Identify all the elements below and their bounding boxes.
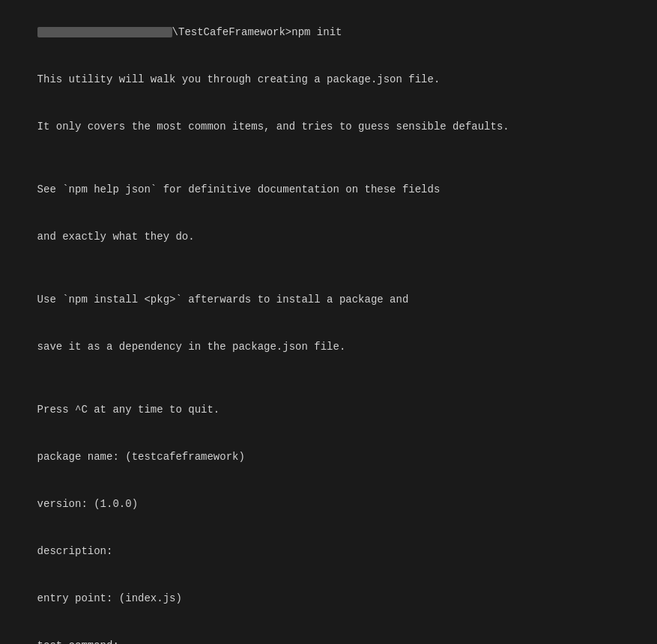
empty-line-3	[12, 371, 645, 386]
terminal-line-15: test command:	[12, 622, 645, 644]
empty-line-1	[12, 151, 645, 166]
terminal-line-10: Press ^C at any time to quit.	[12, 386, 645, 434]
terminal-line-1: This utility will walk you through creat…	[12, 56, 645, 103]
terminal-line-14: entry point: (index.js)	[12, 575, 645, 622]
terminal-line-7: Use `npm install <pkg>` afterwards to in…	[12, 276, 645, 323]
terminal-line-12: version: (1.0.0)	[12, 481, 645, 528]
terminal-line-prompt: \TestCafeFramework>npm init	[12, 9, 645, 56]
terminal-line-5: and exactly what they do.	[12, 213, 645, 261]
terminal-line-13: description:	[12, 528, 645, 575]
empty-line-2	[12, 261, 645, 276]
terminal-line-8: save it as a dependency in the package.j…	[12, 323, 645, 371]
prompt-text: \TestCafeFramework>npm init	[172, 26, 342, 38]
terminal-line-2: It only covers the most common items, an…	[12, 103, 645, 151]
terminal-window: \TestCafeFramework>npm init This utility…	[0, 0, 657, 644]
terminal-line-11: package name: (testcafeframework)	[12, 434, 645, 481]
redacted-path-1	[37, 27, 172, 37]
terminal-line-4: See `npm help json` for definitive docum…	[12, 166, 645, 213]
